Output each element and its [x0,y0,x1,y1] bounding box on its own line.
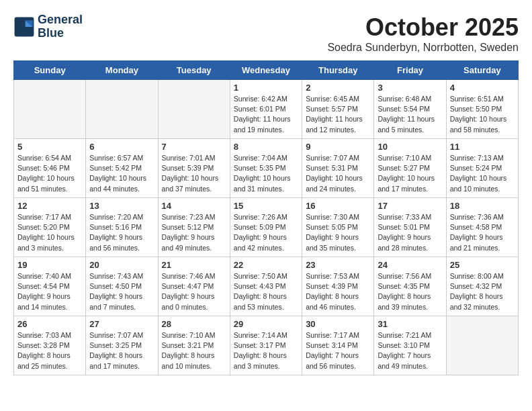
logo-icon [13,16,35,38]
day-number: 3 [378,83,442,93]
logo-line2: Blue [38,27,83,40]
calendar-cell: 7Sunrise: 7:01 AMSunset: 5:39 PMDaylight… [158,139,230,198]
calendar-cell: 20Sunrise: 7:43 AMSunset: 4:50 PMDayligh… [86,257,158,316]
calendar-title: October 2025 [327,13,519,42]
day-detail: Sunrise: 7:33 AMSunset: 5:01 PMDaylight:… [378,212,442,253]
weekday-header: Friday [374,61,446,80]
calendar-cell: 10Sunrise: 7:10 AMSunset: 5:27 PMDayligh… [374,139,446,198]
day-number: 14 [162,201,226,211]
day-detail: Sunrise: 6:45 AMSunset: 5:57 PMDaylight:… [306,94,370,135]
calendar-cell [158,80,230,139]
day-number: 19 [17,260,82,270]
calendar-cell: 31Sunrise: 7:21 AMSunset: 3:10 PMDayligh… [374,316,446,375]
day-number: 11 [450,142,515,152]
day-number: 15 [234,201,298,211]
day-detail: Sunrise: 7:01 AMSunset: 5:39 PMDaylight:… [162,153,226,194]
weekday-header: Sunday [14,61,86,80]
calendar-cell: 13Sunrise: 7:20 AMSunset: 5:16 PMDayligh… [86,198,158,257]
day-detail: Sunrise: 7:10 AMSunset: 3:21 PMDaylight:… [162,330,226,371]
calendar-cell: 3Sunrise: 6:48 AMSunset: 5:54 PMDaylight… [374,80,446,139]
calendar-cell: 24Sunrise: 7:56 AMSunset: 4:35 PMDayligh… [374,257,446,316]
day-number: 31 [378,319,442,329]
calendar-cell: 22Sunrise: 7:50 AMSunset: 4:43 PMDayligh… [230,257,302,316]
day-number: 16 [306,201,370,211]
day-detail: Sunrise: 7:13 AMSunset: 5:24 PMDaylight:… [450,153,515,194]
day-detail: Sunrise: 6:51 AMSunset: 5:50 PMDaylight:… [450,94,515,135]
day-detail: Sunrise: 7:21 AMSunset: 3:10 PMDaylight:… [378,330,442,371]
calendar-week-row: 1Sunrise: 6:42 AMSunset: 6:01 PMDaylight… [14,80,519,139]
day-number: 5 [17,142,82,152]
day-number: 27 [89,319,154,329]
calendar-cell: 21Sunrise: 7:46 AMSunset: 4:47 PMDayligh… [158,257,230,316]
day-number: 25 [450,260,515,270]
day-number: 24 [378,260,442,270]
calendar-cell: 6Sunrise: 6:57 AMSunset: 5:42 PMDaylight… [86,139,158,198]
calendar-cell: 4Sunrise: 6:51 AMSunset: 5:50 PMDaylight… [446,80,518,139]
calendar-cell: 17Sunrise: 7:33 AMSunset: 5:01 PMDayligh… [374,198,446,257]
day-detail: Sunrise: 7:04 AMSunset: 5:35 PMDaylight:… [234,153,298,194]
day-detail: Sunrise: 7:43 AMSunset: 4:50 PMDaylight:… [89,271,154,312]
calendar-cell: 8Sunrise: 7:04 AMSunset: 5:35 PMDaylight… [230,139,302,198]
calendar-header-row: SundayMondayTuesdayWednesdayThursdayFrid… [14,61,519,80]
weekday-header: Thursday [302,61,374,80]
day-number: 7 [162,142,226,152]
day-detail: Sunrise: 7:20 AMSunset: 5:16 PMDaylight:… [89,212,154,253]
logo: General Blue [13,13,83,40]
day-detail: Sunrise: 6:48 AMSunset: 5:54 PMDaylight:… [378,94,442,135]
weekday-header: Wednesday [230,61,302,80]
calendar-week-row: 19Sunrise: 7:40 AMSunset: 4:54 PMDayligh… [14,257,519,316]
day-number: 26 [17,319,82,329]
day-detail: Sunrise: 7:23 AMSunset: 5:12 PMDaylight:… [162,212,226,253]
calendar-cell: 23Sunrise: 7:53 AMSunset: 4:39 PMDayligh… [302,257,374,316]
day-detail: Sunrise: 7:40 AMSunset: 4:54 PMDaylight:… [17,271,82,312]
calendar-cell: 18Sunrise: 7:36 AMSunset: 4:58 PMDayligh… [446,198,518,257]
day-detail: Sunrise: 6:42 AMSunset: 6:01 PMDaylight:… [234,94,298,135]
day-number: 6 [89,142,154,152]
day-detail: Sunrise: 7:07 AMSunset: 3:25 PMDaylight:… [89,330,154,371]
day-number: 18 [450,201,515,211]
day-detail: Sunrise: 7:07 AMSunset: 5:31 PMDaylight:… [306,153,370,194]
calendar-cell: 14Sunrise: 7:23 AMSunset: 5:12 PMDayligh… [158,198,230,257]
calendar-cell: 1Sunrise: 6:42 AMSunset: 6:01 PMDaylight… [230,80,302,139]
day-number: 17 [378,201,442,211]
page-header: General Blue October 2025 Soedra Sunderb… [13,13,519,54]
calendar-cell [86,80,158,139]
day-number: 20 [89,260,154,270]
calendar-cell: 19Sunrise: 7:40 AMSunset: 4:54 PMDayligh… [14,257,86,316]
calendar-cell: 12Sunrise: 7:17 AMSunset: 5:20 PMDayligh… [14,198,86,257]
calendar-cell: 9Sunrise: 7:07 AMSunset: 5:31 PMDaylight… [302,139,374,198]
calendar-cell: 28Sunrise: 7:10 AMSunset: 3:21 PMDayligh… [158,316,230,375]
day-number: 1 [234,83,298,93]
day-detail: Sunrise: 6:57 AMSunset: 5:42 PMDaylight:… [89,153,154,194]
day-detail: Sunrise: 7:50 AMSunset: 4:43 PMDaylight:… [234,271,298,312]
calendar-cell: 25Sunrise: 8:00 AMSunset: 4:32 PMDayligh… [446,257,518,316]
calendar-week-row: 5Sunrise: 6:54 AMSunset: 5:46 PMDaylight… [14,139,519,198]
day-detail: Sunrise: 7:30 AMSunset: 5:05 PMDaylight:… [306,212,370,253]
day-number: 9 [306,142,370,152]
day-number: 10 [378,142,442,152]
day-detail: Sunrise: 7:10 AMSunset: 5:27 PMDaylight:… [378,153,442,194]
title-block: October 2025 Soedra Sunderbyn, Norrbotte… [327,13,519,54]
day-number: 8 [234,142,298,152]
day-detail: Sunrise: 7:46 AMSunset: 4:47 PMDaylight:… [162,271,226,312]
calendar-cell: 2Sunrise: 6:45 AMSunset: 5:57 PMDaylight… [302,80,374,139]
calendar-table: SundayMondayTuesdayWednesdayThursdayFrid… [13,60,519,375]
day-number: 12 [17,201,82,211]
day-detail: Sunrise: 7:17 AMSunset: 5:20 PMDaylight:… [17,212,82,253]
day-number: 22 [234,260,298,270]
calendar-cell [14,80,86,139]
calendar-cell: 11Sunrise: 7:13 AMSunset: 5:24 PMDayligh… [446,139,518,198]
calendar-cell: 16Sunrise: 7:30 AMSunset: 5:05 PMDayligh… [302,198,374,257]
calendar-cell: 5Sunrise: 6:54 AMSunset: 5:46 PMDaylight… [14,139,86,198]
calendar-cell: 26Sunrise: 7:03 AMSunset: 3:28 PMDayligh… [14,316,86,375]
day-detail: Sunrise: 7:14 AMSunset: 3:17 PMDaylight:… [234,330,298,371]
day-number: 13 [89,201,154,211]
calendar-week-row: 12Sunrise: 7:17 AMSunset: 5:20 PMDayligh… [14,198,519,257]
calendar-cell: 27Sunrise: 7:07 AMSunset: 3:25 PMDayligh… [86,316,158,375]
day-detail: Sunrise: 8:00 AMSunset: 4:32 PMDaylight:… [450,271,515,312]
day-number: 29 [234,319,298,329]
day-number: 2 [306,83,370,93]
logo-text: General Blue [38,13,83,40]
day-detail: Sunrise: 7:17 AMSunset: 3:14 PMDaylight:… [306,330,370,371]
day-number: 30 [306,319,370,329]
